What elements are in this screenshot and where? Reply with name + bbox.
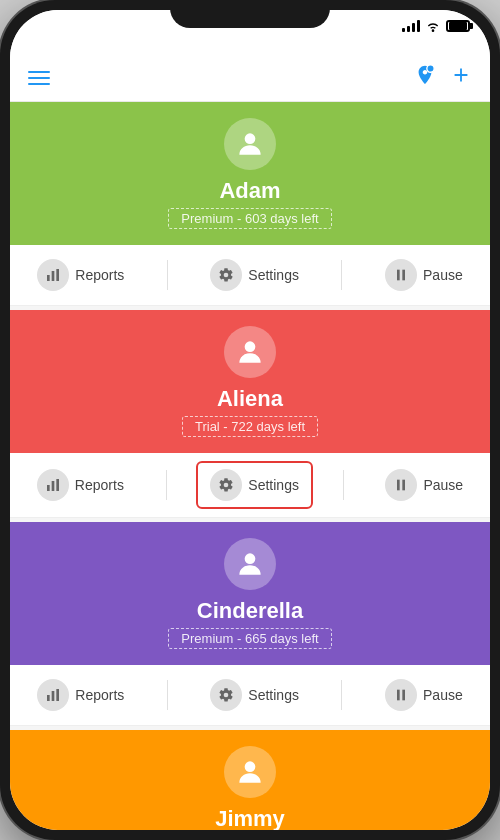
settings-button-adam[interactable]: Settings [198,253,311,297]
svg-rect-16 [57,689,60,701]
child-name-aliena: Aliena [217,386,283,412]
reports-label: Reports [75,477,124,493]
child-status-aliena: Trial - 722 days left [182,416,318,437]
svg-rect-10 [56,479,59,491]
svg-rect-15 [52,691,55,701]
bar-chart-icon [37,259,69,291]
child-card-cinderella[interactable]: CinderellaPremium - 665 days left [10,522,490,665]
signal-icon [402,20,420,32]
gear-icon [210,259,242,291]
pause-button-adam[interactable]: Pause [373,253,475,297]
pause-icon [385,469,417,501]
phone-screen: AdamPremium - 603 days left Reports Sett… [10,10,490,830]
svg-point-13 [245,553,256,564]
settings-button-cinderella[interactable]: Settings [198,673,311,717]
settings-label: Settings [248,267,299,283]
svg-rect-18 [402,690,405,701]
child-avatar-cinderella [224,538,276,590]
action-bar-cinderella: Reports Settings Pause [10,665,490,726]
svg-rect-9 [52,481,55,491]
child-block-1: AlienaTrial - 722 days left Reports Sett… [10,310,490,518]
child-block-0: AdamPremium - 603 days left Reports Sett… [10,102,490,306]
reports-button-cinderella[interactable]: Reports [25,673,136,717]
child-name-jimmy: Jimmy [215,806,285,830]
svg-point-7 [245,341,256,352]
svg-rect-6 [402,270,405,281]
svg-rect-17 [397,690,400,701]
gear-icon [210,469,242,501]
child-name-adam: Adam [219,178,280,204]
scroll-content[interactable]: AdamPremium - 603 days left Reports Sett… [10,102,490,830]
notch [170,0,330,28]
child-card-jimmy[interactable]: JimmyTrial - 360 days left [10,730,490,830]
svg-rect-3 [52,271,55,281]
action-bar-adam: Reports Settings Pause [10,245,490,306]
child-card-adam[interactable]: AdamPremium - 603 days left [10,102,490,245]
bar-chart-icon [37,679,69,711]
pause-button-cinderella[interactable]: Pause [373,673,475,717]
child-block-2: CinderellaPremium - 665 days left Report… [10,522,490,726]
reports-button-adam[interactable]: Reports [25,253,136,297]
location-icon[interactable] [414,64,436,92]
divider [341,680,342,710]
child-avatar-adam [224,118,276,170]
svg-rect-12 [403,480,406,491]
reports-label: Reports [75,687,124,703]
status-icons [402,18,470,32]
child-avatar-aliena [224,326,276,378]
svg-point-0 [427,64,434,71]
child-status-cinderella: Premium - 665 days left [168,628,331,649]
settings-label: Settings [248,687,299,703]
svg-point-19 [245,761,256,772]
svg-rect-5 [397,270,400,281]
child-avatar-jimmy [224,746,276,798]
child-card-aliena[interactable]: AlienaTrial - 722 days left [10,310,490,453]
svg-rect-8 [47,485,50,491]
add-icon[interactable] [450,64,472,92]
header-actions [414,64,472,92]
bar-chart-icon [37,469,69,501]
hamburger-menu[interactable] [28,71,50,85]
settings-button-aliena[interactable]: Settings [196,461,313,509]
child-status-adam: Premium - 603 days left [168,208,331,229]
divider [167,260,168,290]
pause-label: Pause [423,477,463,493]
wifi-icon [425,20,441,32]
divider [343,470,344,500]
svg-rect-2 [47,275,50,281]
action-bar-aliena: Reports Settings Pause [10,453,490,518]
phone-frame: AdamPremium - 603 days left Reports Sett… [0,0,500,840]
reports-label: Reports [75,267,124,283]
reports-button-aliena[interactable]: Reports [25,463,136,507]
pause-icon [385,679,417,711]
pause-label: Pause [423,687,463,703]
pause-label: Pause [423,267,463,283]
pause-button-aliena[interactable]: Pause [373,463,475,507]
divider [341,260,342,290]
child-block-3: JimmyTrial - 360 days left Reports Setti… [10,730,490,830]
app-header [10,54,490,102]
svg-rect-14 [47,695,50,701]
battery-icon [446,20,470,32]
svg-point-1 [245,133,256,144]
pause-icon [385,259,417,291]
divider [166,470,167,500]
settings-label: Settings [248,477,299,493]
svg-rect-4 [57,269,60,281]
divider [167,680,168,710]
child-name-cinderella: Cinderella [197,598,303,624]
gear-icon [210,679,242,711]
svg-rect-11 [397,480,400,491]
